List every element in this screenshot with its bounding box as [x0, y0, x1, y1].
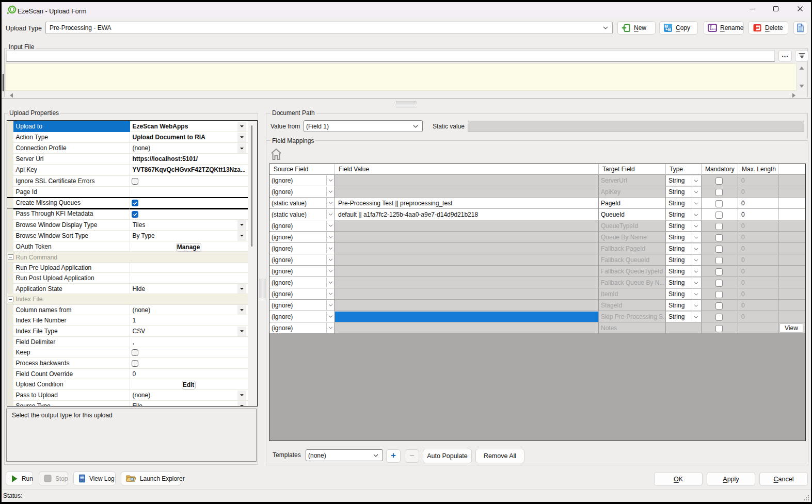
- svg-text:1: 1: [665, 25, 667, 28]
- svg-text:2: 2: [668, 28, 670, 31]
